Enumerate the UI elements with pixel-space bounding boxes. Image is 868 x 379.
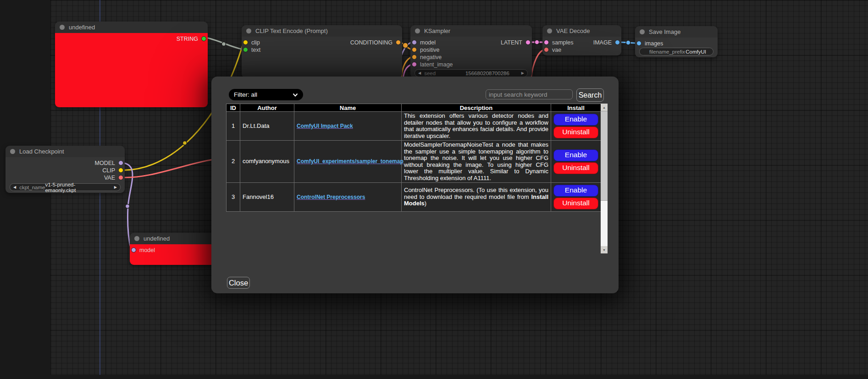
input-pin-model[interactable] — [131, 247, 136, 253]
output-pin-model[interactable] — [118, 160, 123, 165]
input-label: positive — [420, 47, 439, 53]
collapse-dot[interactable] — [246, 28, 251, 33]
node-header: CLIP Text Encode (Prompt) — [242, 25, 402, 37]
node-body: STRING — [55, 33, 208, 107]
table-header-row: ID Author Name Description Install — [227, 104, 601, 112]
collapse-dot[interactable] — [10, 149, 15, 154]
node-body: samples IMAGE vae — [542, 37, 621, 55]
extension-table: ID Author Name Description Install 1 Dr.… — [226, 104, 601, 212]
ckpt-name-widget[interactable]: ◀ ckpt_name v1-5-pruned-emaonly.ckpt ▶ — [10, 183, 121, 191]
reroute-dot-model[interactable] — [126, 204, 130, 209]
table-row: 2 comfyanonymous ComfyUI_experiments/sam… — [227, 141, 601, 183]
filter-select[interactable]: Filter: all — [229, 89, 303, 100]
extension-link[interactable]: ControlNet Preprocessors — [297, 194, 365, 200]
cell-description: This extension offers various detector n… — [402, 112, 551, 141]
column-header-install: Install — [551, 104, 601, 112]
column-header-description: Description — [402, 104, 551, 112]
node-title: KSampler — [424, 27, 450, 34]
widget-value: 156680208700286 — [465, 71, 509, 76]
node-clip-text-encode[interactable]: CLIP Text Encode (Prompt) clip CONDITION… — [242, 25, 402, 78]
node-title: Save Image — [649, 28, 680, 35]
scroll-up-arrow-icon[interactable]: ▲ — [601, 104, 608, 111]
output-pin-clip[interactable] — [118, 168, 123, 173]
filter-selected-value: Filter: all — [234, 91, 257, 98]
node-header: KSampler — [410, 25, 532, 37]
uninstall-button[interactable]: Uninstall — [553, 198, 598, 209]
cell-id: 1 — [227, 112, 240, 141]
uninstall-button[interactable]: Uninstall — [553, 126, 598, 138]
collapse-dot[interactable] — [60, 25, 65, 30]
input-label: clip — [251, 39, 260, 46]
reroute-dot-latent[interactable] — [535, 40, 539, 44]
manager-dialog: Filter: all Search ID Author Name Descri… — [211, 77, 619, 293]
input-label: samples — [552, 39, 574, 46]
node-vae-decode[interactable]: VAE Decode samples IMAGE vae — [542, 25, 621, 55]
cell-id: 2 — [227, 141, 240, 183]
output-pin-string[interactable] — [201, 36, 206, 41]
reroute-dot-clip[interactable] — [183, 141, 187, 145]
reroute-dot-conditioning[interactable] — [403, 43, 408, 48]
node-header: Load Checkpoint — [6, 146, 125, 157]
node-title: VAE Decode — [556, 27, 590, 34]
output-pin-image[interactable] — [615, 40, 620, 45]
cell-id: 3 — [227, 183, 240, 212]
input-pin-images[interactable] — [636, 41, 641, 46]
output-label: STRING — [177, 36, 198, 42]
collapse-dot[interactable] — [415, 28, 420, 33]
node-save-image[interactable]: Save Image images filename_prefix ComfyU… — [635, 26, 718, 57]
input-pin-negative[interactable] — [412, 55, 417, 60]
extension-link[interactable]: ComfyUI Impact Pack — [297, 123, 353, 129]
input-pin-clip[interactable] — [243, 40, 248, 45]
cell-description: ControlNet Preprocessors. (To use this e… — [402, 183, 551, 212]
increment-arrow-icon[interactable]: ▶ — [521, 71, 524, 75]
wire-vae-out — [121, 159, 216, 177]
decrement-arrow-icon[interactable]: ◀ — [13, 186, 16, 189]
scroll-down-arrow-icon[interactable]: ▼ — [601, 246, 608, 253]
enable-button[interactable]: Enable — [553, 114, 598, 126]
collapse-dot[interactable] — [640, 29, 645, 34]
node-body: model LATENT positive negative latent_im… — [410, 37, 532, 78]
decrement-arrow-icon[interactable]: ◀ — [418, 71, 421, 75]
column-header-id: ID — [227, 104, 240, 112]
input-pin-vae[interactable] — [544, 47, 549, 52]
node-header: Save Image — [635, 26, 718, 38]
node-undefined-top[interactable]: undefined STRING — [55, 22, 208, 107]
reroute-dot-image[interactable] — [626, 40, 630, 45]
input-pin-model[interactable] — [412, 40, 417, 45]
cell-author: comfyanonymous — [240, 141, 294, 183]
close-button[interactable]: Close — [227, 277, 250, 289]
enable-button[interactable]: Enable — [553, 185, 598, 197]
node-ksampler[interactable]: KSampler model LATENT positive negative — [410, 25, 532, 78]
filename-prefix-widget[interactable]: filename_prefix ComfyUI — [639, 48, 713, 55]
input-pin-positive[interactable] — [412, 47, 417, 52]
node-load-checkpoint[interactable]: Load Checkpoint MODEL CLIP VAE — [6, 146, 125, 193]
scrollbar-thumb[interactable] — [601, 111, 608, 201]
output-pin-vae[interactable] — [118, 175, 123, 180]
widget-value: v1-5-pruned-emaonly.ckpt — [45, 182, 102, 193]
input-label: model — [420, 39, 436, 46]
uninstall-button[interactable]: Uninstall — [553, 162, 598, 174]
output-pin-conditioning[interactable] — [396, 40, 401, 45]
node-title: undefined — [144, 235, 170, 242]
collapse-dot[interactable] — [547, 28, 552, 33]
input-pin-samples[interactable] — [544, 40, 549, 45]
search-input[interactable] — [486, 89, 573, 99]
table-scrollbar[interactable]: ▲ ▼ — [601, 104, 608, 253]
node-title: CLIP Text Encode (Prompt) — [255, 27, 328, 34]
input-label: images — [645, 40, 663, 47]
search-button[interactable]: Search — [576, 88, 604, 102]
input-pin-text[interactable] — [243, 47, 248, 52]
output-label: MODEL — [95, 160, 115, 166]
increment-arrow-icon[interactable]: ▶ — [114, 186, 117, 189]
extension-link[interactable]: ComfyUI_experiments/sampler_tonemap — [297, 158, 404, 165]
wire-vae-in — [531, 49, 545, 79]
collapse-dot[interactable] — [134, 236, 139, 241]
input-pin-latent-image[interactable] — [412, 62, 417, 67]
output-label: IMAGE — [593, 39, 612, 46]
reroute-dot-string[interactable] — [222, 42, 226, 46]
table-row: 1 Dr.Lt.Data ComfyUI Impact Pack This ex… — [227, 112, 601, 141]
output-pin-latent[interactable] — [525, 40, 531, 45]
node-body: MODEL CLIP VAE ◀ ckpt_name v1-5-prun — [6, 157, 125, 193]
seed-widget[interactable]: ◀ seed 156680208700286 ▶ — [415, 69, 528, 77]
enable-button[interactable]: Enable — [553, 149, 598, 161]
